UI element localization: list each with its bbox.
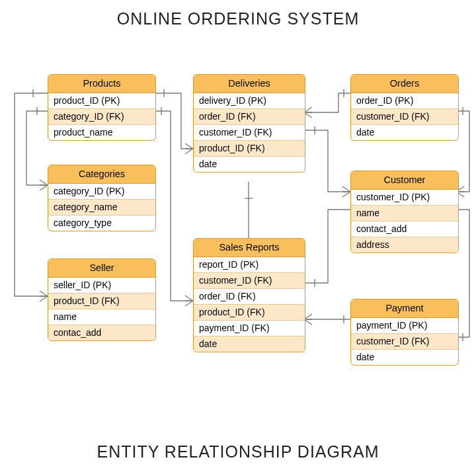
field: name: [351, 206, 458, 221]
field: product_ID (PK): [48, 93, 155, 109]
entity-header: Customer: [351, 171, 458, 190]
field: contac_add: [48, 325, 155, 340]
entity-deliveries: Deliveries delivery_ID (PK) order_ID (FK…: [193, 74, 305, 173]
field: category_ID (PK): [48, 184, 155, 200]
field: contact_add: [351, 221, 458, 237]
svg-line-5: [40, 180, 48, 185]
field: report_ID (PK): [194, 257, 305, 273]
field: delivery_ID (PK): [194, 93, 305, 109]
entity-seller: Seller seller_ID (PK) product_ID (FK) na…: [48, 258, 156, 341]
field: category_ID (FK): [48, 109, 155, 125]
entity-orders: Orders order_ID (PK) customer_ID (FK) da…: [350, 74, 459, 141]
entity-header: Payment: [351, 299, 458, 318]
svg-line-27: [342, 186, 350, 192]
field: order_ID (PK): [351, 93, 458, 109]
entity-header: Categories: [48, 165, 155, 184]
field: name: [48, 309, 155, 325]
svg-line-9: [40, 291, 48, 296]
field: date: [351, 350, 458, 365]
svg-line-13: [185, 296, 193, 301]
field: product_name: [48, 125, 155, 140]
svg-line-2: [185, 149, 193, 154]
field: product_ID (FK): [194, 141, 305, 157]
field: address: [351, 237, 458, 253]
field: customer_ID (FK): [351, 334, 458, 350]
svg-line-10: [40, 296, 48, 301]
svg-line-6: [40, 185, 48, 190]
entity-header: Sales Reports: [194, 239, 305, 257]
field: customer_ID (FK): [194, 273, 305, 289]
field: date: [194, 157, 305, 172]
entity-customer: Customer customer_ID (PK) name contact_a…: [350, 171, 459, 253]
field: order_ID (FK): [194, 289, 305, 305]
field: product_ID (FK): [194, 305, 305, 321]
entity-header: Seller: [48, 259, 155, 278]
entity-header: Deliveries: [194, 75, 305, 93]
svg-line-14: [185, 301, 193, 306]
field: payment_ID (PK): [351, 318, 458, 334]
field: date: [194, 337, 305, 352]
field: seller_ID (PK): [48, 278, 155, 294]
field: customer_ID (PK): [351, 190, 458, 206]
svg-line-1: [185, 143, 193, 149]
entity-categories: Categories category_ID (PK) category_nam…: [48, 165, 156, 231]
field: category_type: [48, 216, 155, 231]
entity-header: Orders: [351, 75, 458, 93]
field: customer_ID (FK): [194, 125, 305, 141]
er-canvas: Products product_ID (PK) category_ID (FK…: [0, 0, 476, 476]
field: order_ID (FK): [194, 109, 305, 125]
field: date: [351, 125, 458, 140]
entity-salesreports: Sales Reports report_ID (PK) customer_ID…: [193, 238, 305, 352]
field: customer_ID (FK): [351, 109, 458, 125]
entity-payment: Payment payment_ID (PK) customer_ID (FK)…: [350, 299, 459, 366]
entity-products: Products product_ID (PK) category_ID (FK…: [48, 74, 156, 141]
field: payment_ID (FK): [194, 321, 305, 337]
svg-line-28: [342, 192, 350, 197]
entity-header: Products: [48, 75, 155, 93]
field: category_name: [48, 200, 155, 216]
field: product_ID (FK): [48, 294, 155, 309]
